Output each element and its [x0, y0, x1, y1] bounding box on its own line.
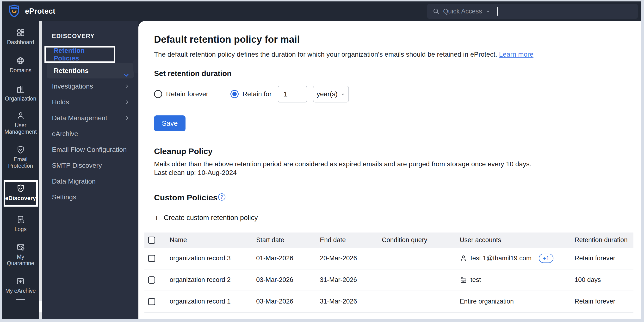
create-custom-policy-button[interactable]: + Create custom retention policy: [154, 213, 631, 222]
chevron-right-icon: [124, 115, 130, 121]
cell-name: organization record 2: [170, 276, 256, 284]
table-header-row: Name Start date End date Condition query…: [144, 232, 634, 248]
quick-access-search[interactable]: Quick Access: [427, 4, 638, 19]
text-cursor: [497, 7, 498, 15]
sidebar-scrollbar-thumb[interactable]: [39, 301, 42, 313]
cell-end-date: 31-Mar-2026: [320, 276, 382, 284]
menu-item-investigations[interactable]: Investigations: [42, 78, 138, 94]
archive-download-icon: [16, 277, 25, 286]
partial-sidebar-icon: [16, 299, 25, 300]
cell-end-date: 20-Mar-2026: [320, 255, 382, 262]
retain-forever-radio[interactable]: [154, 90, 162, 98]
screenshot-frame: eProtect Quick Access Dashboard: [0, 0, 644, 322]
cell-user-accounts: Entire organization: [460, 298, 574, 305]
duration-value-input[interactable]: [278, 86, 307, 102]
content-row: Dashboard Domains Organization Us: [2, 21, 641, 319]
app-title: eProtect: [25, 7, 55, 15]
cell-user-accounts: test: [460, 276, 574, 284]
chevron-down-icon[interactable]: [122, 71, 130, 79]
menu-item-retentions[interactable]: Retentions: [47, 63, 134, 78]
sidebar-scrollbar[interactable]: [39, 21, 42, 319]
duration-unit-value: year(s): [317, 90, 338, 98]
sidebar-item-user-management[interactable]: User Management: [3, 111, 39, 135]
chevron-down-icon: [486, 9, 491, 14]
menu-item-smtp-discovery[interactable]: SMTP Discovery: [42, 158, 138, 173]
help-icon[interactable]: ?: [218, 193, 226, 201]
column-header-user-accounts: User accounts: [460, 236, 574, 244]
retention-duration-heading: Set retention duration: [154, 69, 631, 78]
menu-item-label: Email Flow Configuration: [52, 146, 127, 154]
cell-end-date: 31-Mar-2026: [320, 298, 382, 305]
retention-duration-options: Retain forever Retain for year(s): [154, 86, 631, 102]
retention-policies-highlight-box: Retention Policies: [44, 46, 115, 63]
menu-item-label: Holds: [52, 98, 69, 106]
cleanup-policy-heading: Cleanup Policy: [154, 147, 631, 156]
sidebar-item-label: User Management: [3, 122, 39, 135]
cell-name: organization record 1: [170, 298, 256, 305]
menu-item-holds[interactable]: Holds: [42, 94, 138, 110]
user-account-value: test.1@thamil19.com: [470, 255, 532, 262]
cell-start-date: 03-Mar-2026: [256, 276, 320, 284]
menu-item-earchive[interactable]: eArchive: [42, 126, 138, 142]
save-button[interactable]: Save: [154, 115, 186, 131]
group-icon: [460, 276, 467, 284]
menu-item-settings[interactable]: Settings: [42, 189, 138, 205]
user-icon: [16, 111, 25, 120]
more-accounts-badge[interactable]: +1: [539, 254, 554, 263]
sidebar-item-email-protection[interactable]: Email Protection: [3, 146, 39, 169]
dashboard-icon: [16, 28, 25, 37]
sidebar-item-my-quarantine[interactable]: My Quarantine: [3, 243, 39, 266]
learn-more-link[interactable]: Learn more: [499, 51, 534, 58]
menu-item-data-migration[interactable]: Data Migration: [42, 173, 138, 189]
cell-retention-duration: Retain forever: [574, 298, 634, 305]
plus-icon: +: [154, 213, 159, 222]
panel-collapse-handle[interactable]: [133, 59, 138, 73]
menu-item-email-flow-configuration[interactable]: Email Flow Configuration: [42, 142, 138, 158]
app-window: eProtect Quick Access Dashboard: [2, 1, 641, 319]
row-checkbox[interactable]: [148, 255, 155, 262]
cell-name: organization record 3: [170, 255, 256, 262]
sidebar-item-logs[interactable]: Logs: [15, 215, 27, 232]
retain-for-label: Retain for: [242, 90, 272, 98]
sidebar-item-label: Domains: [10, 67, 32, 73]
create-custom-policy-label: Create custom retention policy: [164, 214, 258, 222]
table-row[interactable]: organization record 1 03-Mar-2026 31-Mar…: [144, 291, 634, 313]
sidebar-item-ediscovery[interactable]: eDiscovery: [5, 184, 36, 201]
chevron-right-icon: [124, 99, 130, 105]
table-row[interactable]: organization record 2 03-Mar-2026 31-Mar…: [144, 269, 634, 291]
building-icon: [16, 85, 25, 93]
cell-retention-duration: Retain forever: [574, 255, 634, 262]
cleanup-policy-line1: Mails older than the above retention per…: [154, 160, 631, 168]
sidebar-item-organization[interactable]: Organization: [5, 85, 36, 102]
chevron-down-icon: [340, 92, 345, 96]
globe-icon: [16, 56, 25, 65]
duration-unit-select[interactable]: year(s): [313, 86, 349, 102]
mail-blocked-icon: [16, 243, 25, 251]
row-checkbox[interactable]: [148, 298, 155, 305]
table-row[interactable]: organization record 3 01-Mar-2026 20-Mar…: [144, 248, 634, 269]
custom-policies-table: Name Start date End date Condition query…: [144, 232, 634, 313]
primary-sidebar: Dashboard Domains Organization Us: [2, 21, 39, 319]
select-all-checkbox[interactable]: [148, 237, 155, 244]
custom-policies-heading: Custom Policies: [154, 193, 218, 202]
page-description: The default retention policy defines the…: [154, 51, 631, 58]
sidebar-item-label: eDiscovery: [5, 195, 36, 201]
sidebar-item-label: My Quarantine: [3, 254, 39, 266]
menu-item-label: Retentions: [54, 67, 89, 75]
document-search-icon: [16, 215, 25, 224]
sidebar-item-domains[interactable]: Domains: [10, 56, 32, 73]
description-text: The default retention policy defines the…: [154, 51, 497, 58]
menu-item-data-management[interactable]: Data Management: [42, 110, 138, 126]
sidebar-item-my-earchive[interactable]: My eArchive: [5, 277, 36, 294]
row-checkbox[interactable]: [148, 276, 155, 284]
sidebar-item-label: Organization: [5, 96, 36, 102]
sidebar-item-dashboard[interactable]: Dashboard: [7, 28, 34, 45]
menu-item-retention-policies[interactable]: Retention Policies: [46, 47, 114, 61]
topbar: eProtect Quick Access: [2, 1, 641, 21]
main-panel: Default retention policy for mail The de…: [138, 21, 641, 319]
retain-for-radio[interactable]: [230, 90, 238, 98]
column-header-retention-duration: Retention duration: [574, 236, 634, 244]
user-account-value: Entire organization: [460, 298, 514, 305]
eprotect-logo-icon: [8, 4, 21, 18]
cell-user-accounts: test.1@thamil19.com +1: [460, 254, 574, 263]
